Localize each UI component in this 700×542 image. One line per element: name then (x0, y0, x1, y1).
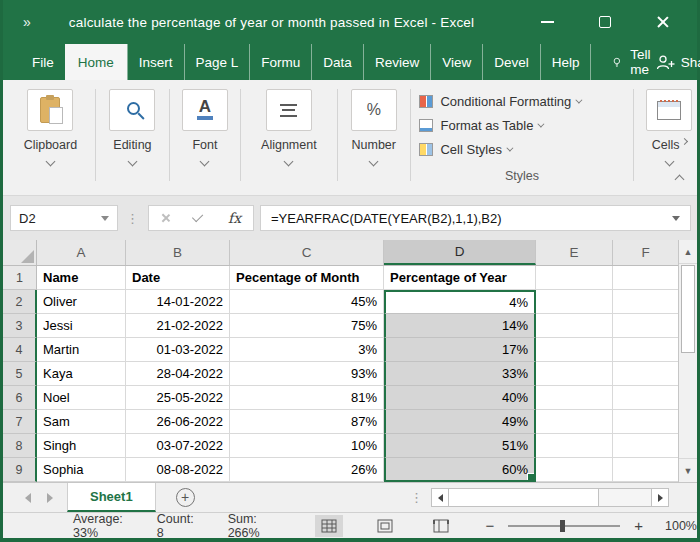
quick-access-toolbar-icon[interactable]: » (23, 14, 31, 30)
cell-B1[interactable]: Date (126, 266, 230, 290)
sheet-tab-sheet1[interactable]: Sheet1 (67, 483, 156, 512)
zoom-out-button[interactable]: − (479, 517, 500, 534)
cell-styles-button[interactable]: Cell Styles (417, 137, 626, 161)
cell-D1[interactable]: Percentage of Year (384, 266, 536, 290)
tell-me-button[interactable]: Tell me (613, 44, 655, 80)
cell-E5[interactable] (536, 362, 613, 386)
cell-E9[interactable] (536, 458, 613, 482)
cell-F1[interactable] (613, 266, 678, 290)
cell-B2[interactable]: 14-01-2022 (126, 290, 230, 314)
previous-sheet-icon[interactable] (25, 493, 31, 503)
close-button[interactable] (643, 7, 683, 37)
zoom-slider-thumb[interactable] (560, 520, 565, 532)
cell-A7[interactable]: Sam (37, 410, 126, 434)
share-button[interactable]: Share (656, 44, 700, 80)
tab-page-layout[interactable]: Page L (184, 44, 250, 80)
column-header-A[interactable]: A (37, 240, 126, 265)
cell-A9[interactable]: Sophia (37, 458, 126, 482)
column-header-C[interactable]: C (230, 240, 384, 265)
cell-E8[interactable] (536, 434, 613, 458)
row-header-8[interactable]: 8 (3, 434, 37, 458)
page-layout-button[interactable] (371, 515, 399, 537)
row-header-1[interactable]: 1 (3, 266, 37, 290)
format-as-table-button[interactable]: Format as Table (417, 113, 626, 137)
cell-B3[interactable]: 21-02-2022 (126, 314, 230, 338)
scroll-right-icon[interactable] (651, 489, 668, 506)
cell-F8[interactable] (613, 434, 678, 458)
horizontal-scroll-thumb[interactable] (449, 489, 599, 506)
row-header-4[interactable]: 4 (3, 338, 37, 362)
cell-A6[interactable]: Noel (37, 386, 126, 410)
normal-view-button[interactable] (315, 515, 343, 537)
insert-function-icon[interactable]: fx (228, 210, 241, 226)
tab-formulas[interactable]: Formu (249, 44, 311, 80)
maximize-button[interactable] (585, 7, 625, 37)
cell-F3[interactable] (613, 314, 678, 338)
cell-A2[interactable]: Oliver (37, 290, 126, 314)
editing-group[interactable]: Editing (103, 87, 162, 195)
cell-C5[interactable]: 93% (230, 362, 384, 386)
tab-view[interactable]: View (430, 44, 482, 80)
cell-E7[interactable] (536, 410, 613, 434)
cell-B9[interactable]: 08-08-2022 (126, 458, 230, 482)
tab-data[interactable]: Data (311, 44, 363, 80)
tab-insert[interactable]: Insert (127, 44, 184, 80)
tab-file[interactable]: File (21, 44, 65, 80)
new-sheet-button[interactable]: + (176, 488, 195, 507)
scroll-left-icon[interactable] (432, 489, 449, 506)
cell-C3[interactable]: 75% (230, 314, 384, 338)
row-header-3[interactable]: 3 (3, 314, 37, 338)
cell-B8[interactable]: 03-07-2022 (126, 434, 230, 458)
next-sheet-icon[interactable] (47, 493, 53, 503)
zoom-in-button[interactable]: + (628, 517, 649, 534)
minimize-button[interactable] (527, 7, 567, 37)
cancel-icon[interactable] (161, 213, 171, 223)
row-header-7[interactable]: 7 (3, 410, 37, 434)
cell-E3[interactable] (536, 314, 613, 338)
cell-D5[interactable]: 33% (384, 362, 536, 386)
column-header-B[interactable]: B (126, 240, 230, 265)
vertical-scroll-thumb[interactable] (681, 265, 695, 353)
cell-D3[interactable]: 14% (384, 314, 536, 338)
page-break-preview-button[interactable] (427, 515, 455, 537)
cell-C8[interactable]: 10% (230, 434, 384, 458)
cell-D4[interactable]: 17% (384, 338, 536, 362)
zoom-slider[interactable] (508, 525, 620, 527)
cell-A8[interactable]: Singh (37, 434, 126, 458)
cell-F9[interactable] (613, 458, 678, 482)
clipboard-group[interactable]: Clipboard (13, 87, 88, 195)
tab-developer[interactable]: Devel (482, 44, 540, 80)
row-header-9[interactable]: 9 (3, 458, 37, 482)
scroll-up-icon[interactable]: ▲ (679, 240, 697, 264)
cell-F6[interactable] (613, 386, 678, 410)
font-group[interactable]: A Font (177, 87, 233, 195)
cell-D6[interactable]: 40% (384, 386, 536, 410)
cell-D9[interactable]: 60% (384, 458, 536, 482)
cell-B7[interactable]: 26-06-2022 (126, 410, 230, 434)
cell-D7[interactable]: 49% (384, 410, 536, 434)
tab-home[interactable]: Home (65, 44, 127, 80)
cell-D8[interactable]: 51% (384, 434, 536, 458)
cell-F7[interactable] (613, 410, 678, 434)
cell-C9[interactable]: 26% (230, 458, 384, 482)
column-header-D[interactable]: D (384, 240, 536, 265)
cell-C6[interactable]: 81% (230, 386, 384, 410)
cell-C1[interactable]: Pecentage of Month (230, 266, 384, 290)
alignment-group[interactable]: Alignment (248, 87, 330, 195)
cell-E2[interactable] (536, 290, 613, 314)
cell-E6[interactable] (536, 386, 613, 410)
cell-B4[interactable]: 01-03-2022 (126, 338, 230, 362)
cell-E1[interactable] (536, 266, 613, 290)
number-group[interactable]: % Number (345, 87, 403, 195)
row-header-5[interactable]: 5 (3, 362, 37, 386)
vertical-scrollbar[interactable]: ▲ ▼ (678, 240, 697, 482)
conditional-formatting-button[interactable]: Conditional Formatting (417, 89, 626, 113)
cells-group[interactable]: Cells (641, 87, 697, 195)
horizontal-scrollbar[interactable] (431, 488, 669, 507)
cell-B6[interactable]: 25-05-2022 (126, 386, 230, 410)
cell-D2[interactable]: 4% (384, 290, 536, 314)
cell-A4[interactable]: Martin (37, 338, 126, 362)
scroll-down-icon[interactable]: ▼ (679, 458, 697, 482)
formula-input[interactable]: =YEARFRAC(DATE(YEAR(B2),1,1),B2) (260, 205, 691, 231)
enter-icon[interactable] (192, 211, 203, 222)
